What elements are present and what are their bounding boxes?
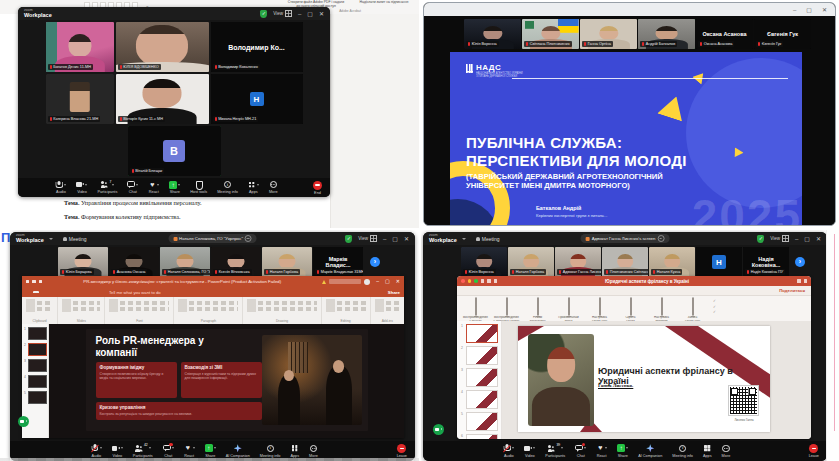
participant-tile[interactable]: Наталя Горбова [508, 247, 554, 277]
chevron-down-icon[interactable] [136, 184, 138, 186]
share-button[interactable]: Share [388, 290, 400, 295]
toolbar-button[interactable]: Video [524, 444, 535, 458]
ribbon-checkbox[interactable] [713, 310, 716, 316]
participant-tile[interactable]: Юлія Воронна [464, 19, 521, 49]
chevron-down-icon[interactable] [584, 447, 586, 449]
participant-tile[interactable]: Ганна Ортіна [580, 19, 637, 49]
view-button[interactable]: View [770, 235, 789, 242]
chevron-down-icon[interactable] [626, 447, 628, 449]
ribbon-tab[interactable] [89, 291, 95, 293]
participant-tile[interactable]: ЮЛІЯ ВДОВІЧЕНКО [116, 22, 209, 72]
maximize-button[interactable]: ▢ [806, 7, 812, 13]
slide-thumbnail[interactable]: 3 [461, 368, 499, 387]
toolbar-button[interactable]: Chat [127, 181, 138, 195]
slide-thumbnail[interactable]: 4 [461, 390, 499, 409]
ribbon-button[interactable]: Скрыть слайд [616, 298, 645, 323]
ribbon-group[interactable]: Slides [58, 297, 105, 324]
meeting-tab[interactable]: Meeting [476, 236, 500, 242]
toolbar-button[interactable]: More [722, 444, 731, 458]
toolbar-button[interactable]: AI Companion [226, 444, 250, 458]
toolbar-button[interactable]: AI Companion [638, 444, 662, 458]
chevron-down-icon[interactable] [193, 447, 195, 449]
end-meeting-button[interactable]: End [313, 181, 322, 195]
close-button[interactable] [461, 279, 465, 283]
slide-thumbnail[interactable]: 1 [24, 327, 47, 340]
chevron-down-icon[interactable] [533, 447, 535, 449]
participant-tile[interactable]: Юлія Воронна [461, 247, 507, 277]
participant-tile[interactable]: Юлія Борщова [58, 247, 108, 277]
participant-tile[interactable]: Володимир Ко... Володимир Коваленко [211, 22, 303, 72]
screen-share-pill[interactable]: Наталя Селюкова, ГО "Укрпрос" [168, 234, 257, 243]
slide-thumbnail[interactable]: 5 [461, 412, 499, 431]
ribbon-group[interactable]: Drawing [243, 297, 321, 324]
ribbon-button[interactable]: Режим докладчика [523, 298, 552, 323]
participant-tile[interactable]: Плотниченко Світлана [602, 247, 648, 277]
tell-me-box[interactable]: Tell me what you want to do [109, 290, 161, 295]
ribbon-tab[interactable] [82, 291, 88, 293]
toolbar-button[interactable]: Share [617, 444, 628, 458]
maximize-button[interactable]: ▢ [804, 236, 810, 242]
leave-meeting-button[interactable]: Leave [397, 444, 407, 458]
security-shield-icon[interactable] [757, 235, 764, 243]
ribbon-button[interactable]: Воспроизведение с текущего слайда [492, 298, 521, 323]
chevron-down-icon[interactable] [462, 238, 466, 240]
toolbar-button[interactable]: Meeting info [260, 444, 281, 458]
ribbon-button[interactable]: Настройка слайд-шоу [585, 298, 614, 323]
toolbar-button[interactable]: Apps [290, 444, 299, 458]
adobe-sign-button[interactable]: Надіслати запит на підписання [354, 1, 414, 9]
participant-tile[interactable]: Адвокат Ганна Лисенко [555, 247, 601, 277]
participant-tile[interactable]: В Віталій Блещак [128, 126, 221, 176]
ribbon-tab[interactable] [96, 291, 102, 293]
participant-tile[interactable]: Надія Коковіна... Надія Коковіна ПУ [743, 247, 789, 277]
chevron-down-icon[interactable] [100, 447, 102, 449]
minimize-button[interactable]: – [795, 236, 798, 242]
toolbar-button[interactable]: Chat [163, 444, 174, 458]
toolbar-button[interactable]: Audio [503, 444, 514, 458]
zoom-button[interactable] [474, 279, 478, 283]
redo-icon[interactable] [39, 280, 42, 283]
slide-thumbnail[interactable]: 5 [24, 391, 47, 404]
ribbon-button[interactable]: Запись слайд-шоу [678, 298, 707, 323]
close-button[interactable]: ✕ [319, 11, 324, 17]
toolbar-button[interactable]: React [148, 181, 159, 195]
toolbar-button[interactable]: Host tools [190, 181, 207, 195]
minimize-button[interactable]: – [298, 11, 301, 17]
ribbon-tab[interactable] [68, 291, 74, 293]
toolbar-button[interactable]: Meeting info [672, 444, 693, 458]
toolbar-button[interactable]: Apps [248, 181, 259, 195]
close-button[interactable]: ✕ [396, 279, 400, 284]
ribbon-button[interactable]: Произвольный показ [554, 298, 583, 323]
quick-access-icon[interactable] [26, 280, 29, 283]
next-participants-button[interactable] [795, 257, 805, 267]
participant-tile[interactable]: Н Микола Негрін МН-21 [211, 74, 303, 124]
slide-thumbnail[interactable]: 4 [24, 375, 47, 388]
toolbar-button[interactable]: Share [205, 444, 216, 458]
participant-tile[interactable]: Асанова Оксана [109, 247, 159, 277]
self-camera-icon[interactable] [18, 416, 29, 427]
participant-tile[interactable]: Марків Владис... Марків Владислав 31МН [313, 247, 363, 277]
participant-tile[interactable]: Наталя Селюкова, ГО "Укрпрос" [160, 247, 210, 277]
toolbar-button[interactable]: Video [76, 181, 87, 195]
close-button[interactable]: ✕ [822, 7, 827, 13]
chevron-down-icon[interactable] [257, 184, 259, 186]
ribbon-button[interactable]: Настройка времени [647, 298, 676, 323]
participant-tile[interactable]: Андрій Баткалов [638, 19, 695, 49]
toolbar-button[interactable]: Meeting info [217, 181, 238, 195]
leave-meeting-button[interactable]: Leave [809, 444, 819, 458]
toolbar-button[interactable]: 39 Participants [545, 444, 565, 458]
save-icon[interactable] [487, 279, 490, 282]
participant-tile[interactable]: Катерина Власова 21-МН [46, 74, 114, 124]
participant-tile[interactable]: Євгенія Гук Євгенія Гук [754, 19, 811, 49]
ribbon-group[interactable]: Font [105, 297, 174, 324]
minimize-button[interactable]: – [793, 7, 796, 13]
chevron-down-icon[interactable] [121, 447, 123, 449]
search-icon[interactable] [797, 279, 800, 282]
toolbar-button[interactable]: Apps [703, 444, 712, 458]
participant-tile[interactable]: Богатов Денис 11-МН [46, 22, 114, 72]
ribbon-tab[interactable] [61, 291, 67, 293]
ribbon-tab[interactable] [26, 291, 32, 293]
minimize-button[interactable]: – [376, 279, 379, 284]
ribbon-button[interactable]: Воспроизведение с начала [461, 298, 490, 323]
toolbar-button[interactable]: React [596, 444, 607, 458]
security-shield-icon[interactable] [260, 10, 267, 18]
